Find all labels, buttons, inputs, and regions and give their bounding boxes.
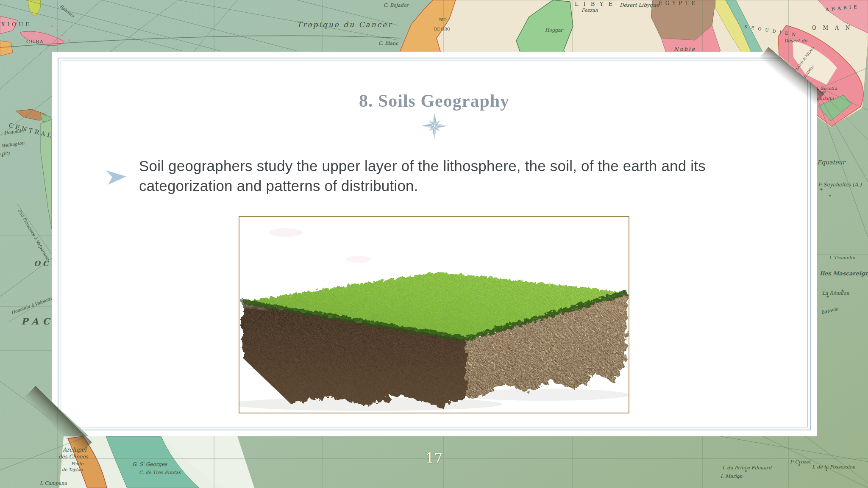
map-label: I. Tromelin [829, 255, 856, 261]
map-label: I. de la Possession [812, 464, 856, 470]
map-label: Iˢ Seychelles (A.) [818, 182, 862, 188]
map-label: Pénte [71, 461, 84, 466]
map-label: C. de Tres Puntas [139, 470, 181, 475]
map-label: LIBYE [575, 1, 618, 7]
slide-title: 8. Soils Geography [52, 91, 817, 111]
bullet-item: Soil geographers study the upper layer o… [105, 156, 796, 196]
map-label: Désert de [784, 38, 808, 44]
arrow-bullet-icon [105, 159, 127, 196]
compass-rose-icon [420, 111, 449, 140]
map-label: Equateur [817, 159, 846, 166]
map-label: Tropique du Cancer [297, 20, 392, 29]
map-label: CUBA [26, 39, 44, 44]
map-label: Galapagos (E.) [0, 151, 10, 156]
map-label: La Réunion [822, 291, 849, 296]
map-label: Nubie [674, 46, 696, 52]
map-label: DE ORO [434, 27, 450, 31]
map-label: RIO [439, 18, 447, 22]
map-label: Fezzan [581, 8, 598, 13]
soil-cross-section-figure [239, 216, 629, 413]
map-label: Désert Libyque [620, 2, 659, 8]
map-label: ÉGYPTE [659, 0, 698, 6]
soil-block-illustration [239, 217, 629, 413]
map-label: Iles Mascareign [820, 270, 868, 277]
map-label: I. du Prince Edouard [722, 465, 772, 471]
map-label: I. Campana [40, 480, 67, 486]
map-label: Hoggar [545, 28, 564, 33]
map-label: I. Socotra [816, 86, 837, 91]
presentation-slide-screen: Tropique du CancerC. BojadorC. BlancRIOD… [0, 0, 868, 488]
map-label: G. Sᵗ Georges [132, 461, 167, 467]
map-label: de Taytao [62, 467, 83, 472]
slide-card: 8. Soils Geography [52, 52, 817, 436]
bullet-text-line-2: categorization and patterns of distribut… [139, 176, 706, 196]
map-label: OMAN [812, 25, 857, 31]
map-label: C. Bojador [384, 3, 409, 8]
map-label: Archipel [62, 446, 87, 453]
map-label: Iˢ Crozet [790, 459, 811, 465]
bullet-text: Soil geographers study the upper layer o… [139, 156, 706, 196]
bullet-text-line-1: Soil geographers study the upper layer o… [139, 156, 706, 176]
page-number: 17 [407, 450, 461, 466]
map-label: des Chonos [58, 454, 89, 460]
map-label: C. Blanc [378, 41, 398, 46]
map-label: I. Marion [721, 474, 743, 479]
map-label: MEXIQUE [0, 22, 32, 28]
